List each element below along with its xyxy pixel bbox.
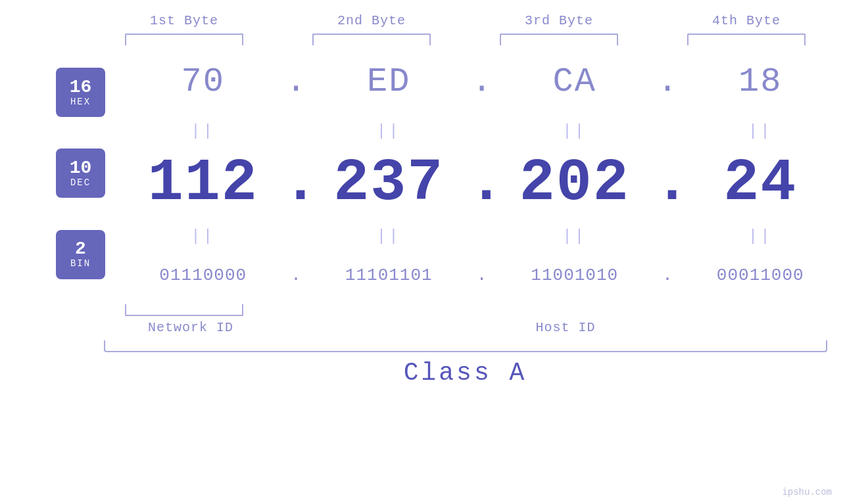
dec-label: DEC — [70, 177, 91, 188]
hex-byte1: 70 — [181, 62, 225, 101]
bin-row: 01110000 . 11101101 . 11001010 . — [124, 249, 840, 302]
dot-hex-1: . — [283, 62, 309, 101]
byte4-header: 4th Byte — [666, 13, 827, 28]
dec-byte1-cell: 112 — [124, 150, 283, 217]
bin-byte2-cell: 11101101 — [309, 265, 469, 285]
dec-byte2: 237 — [333, 150, 444, 217]
bottom-bracket-1 — [125, 304, 243, 316]
dec-dot3: . — [654, 150, 681, 217]
dot-bin-2: . — [469, 265, 495, 285]
hex-byte3-cell: CA — [495, 62, 655, 101]
bottom-bracket-cell-1 — [104, 304, 265, 316]
dot-hex-3: . — [654, 62, 681, 101]
bracket-cell-3 — [479, 34, 640, 45]
labels-column: 16 HEX 10 DEC 2 BIN — [38, 45, 124, 302]
dot-dec-3: . — [654, 150, 681, 217]
bin-byte1: 01110000 — [159, 265, 247, 285]
equals-row-2: || || || || — [124, 223, 840, 249]
watermark: ipshu.com — [782, 487, 832, 497]
dec-badge: 10 DEC — [56, 149, 105, 198]
dec-byte3-cell: 202 — [495, 150, 655, 217]
span-bracket-row — [104, 340, 827, 352]
content-area: 16 HEX 10 DEC 2 BIN 70 . — [38, 45, 840, 302]
dec-byte3: 202 — [519, 150, 630, 217]
bin-byte2: 11101101 — [345, 265, 433, 285]
bottom-brackets-row — [104, 304, 827, 316]
hex-row: 70 . ED . CA . 18 — [124, 45, 840, 118]
dec-dot1: . — [283, 150, 309, 217]
hex-byte4: 18 — [738, 62, 782, 101]
bottom-bracket-cell-3 — [479, 304, 640, 316]
top-bracket-4 — [687, 34, 806, 45]
hex-byte4-cell: 18 — [681, 62, 840, 101]
bin-dot3: . — [654, 265, 681, 285]
equals-1: || — [191, 122, 215, 140]
top-bracket-3 — [500, 34, 618, 45]
data-columns: 70 . ED . CA . 18 — [124, 45, 840, 302]
dot-bin-3: . — [654, 265, 681, 285]
equals2-1: || — [191, 227, 215, 245]
class-label-row: Class A — [104, 359, 827, 387]
hex-byte3: CA — [553, 62, 596, 101]
headers-row: 1st Byte 2nd Byte 3rd Byte 4th Byte — [104, 13, 827, 28]
bottom-bracket-cell-4 — [666, 304, 827, 316]
bin-dot1: . — [283, 265, 309, 285]
bin-label: BIN — [70, 258, 91, 269]
hex-byte2-cell: ED — [309, 62, 469, 101]
dec-number: 10 — [70, 159, 92, 177]
equals2-cell-2: || — [309, 227, 469, 245]
bracket-cell-4 — [666, 34, 827, 45]
bracket-cell-2 — [291, 34, 452, 45]
hex-dot2: . — [469, 62, 495, 101]
equals-cell-2: || — [309, 122, 469, 140]
bin-badge: 2 BIN — [56, 230, 105, 279]
hex-dot1: . — [283, 62, 309, 101]
hex-label: HEX — [70, 97, 91, 107]
dec-byte4: 24 — [723, 150, 797, 217]
equals2-cell-4: || — [681, 227, 840, 245]
bin-byte4: 00011000 — [717, 265, 804, 285]
equals-row-1: || || || || — [124, 118, 840, 144]
class-label: Class A — [404, 359, 527, 387]
hex-dot3: . — [654, 62, 681, 101]
hex-number: 16 — [70, 78, 92, 97]
bin-byte1-cell: 01110000 — [124, 265, 283, 285]
equals-cell-1: || — [124, 122, 283, 140]
network-id-label: Network ID — [104, 320, 278, 335]
dec-byte2-cell: 237 — [309, 150, 469, 217]
hex-byte1-cell: 70 — [124, 62, 283, 101]
dot-bin-1: . — [283, 265, 309, 285]
bin-byte3-cell: 11001010 — [495, 265, 655, 285]
bottom-bracket-cell-2 — [291, 304, 452, 316]
bracket-cell-1 — [104, 34, 265, 45]
dot-dec-1: . — [283, 150, 309, 217]
hex-byte2: ED — [367, 62, 410, 101]
top-brackets-row — [104, 34, 827, 45]
id-labels-row: Network ID Host ID — [104, 320, 827, 335]
equals-cell-3: || — [495, 122, 655, 140]
dot-hex-2: . — [469, 62, 495, 101]
main-container: 1st Byte 2nd Byte 3rd Byte 4th Byte 1 — [0, 0, 845, 504]
equals2-cell-3: || — [495, 227, 655, 245]
equals-2: || — [377, 122, 401, 140]
bin-byte4-cell: 00011000 — [681, 265, 840, 285]
equals2-cell-1: || — [124, 227, 283, 245]
bin-number: 2 — [75, 240, 86, 258]
hex-badge: 16 HEX — [56, 68, 105, 117]
bin-dot2: . — [469, 265, 495, 285]
dec-byte1: 112 — [148, 150, 258, 217]
dec-dot2: . — [469, 150, 495, 217]
dec-row: 112 . 237 . 202 . 24 — [124, 144, 840, 223]
byte2-header: 2nd Byte — [291, 13, 452, 28]
dot-dec-2: . — [469, 150, 495, 217]
byte3-header: 3rd Byte — [479, 13, 640, 28]
top-bracket-1 — [125, 34, 243, 45]
bin-byte3: 11001010 — [531, 265, 618, 285]
equals2-4: || — [748, 227, 773, 245]
equals2-3: || — [562, 227, 587, 245]
equals-3: || — [562, 122, 587, 140]
equals2-2: || — [377, 227, 401, 245]
dec-byte4-cell: 24 — [681, 150, 840, 217]
equals-cell-4: || — [681, 122, 840, 140]
top-bracket-2 — [312, 34, 431, 45]
